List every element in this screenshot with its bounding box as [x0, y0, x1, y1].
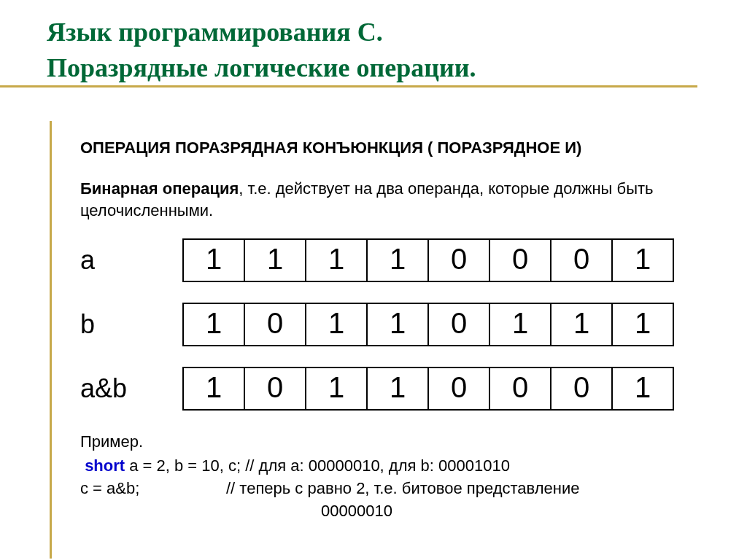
- example-block: Пример. short a = 2, b = 10, c; // для a…: [80, 431, 718, 522]
- example-assign-rhs: // теперь c равно 2, т.е. битовое предст…: [226, 478, 580, 500]
- bit-a-5: 0: [489, 238, 551, 282]
- example-assign-lhs: c = a&b;: [80, 478, 226, 500]
- bit-b-7: 1: [611, 303, 674, 346]
- bit-b-2: 1: [305, 303, 368, 346]
- bit-a-6: 0: [550, 238, 613, 282]
- row-b: b 1 0 1 1 0 1 1 1: [80, 303, 718, 346]
- accent-horizontal-line: [0, 85, 697, 88]
- bit-r-1: 0: [244, 367, 306, 411]
- title-line1: Язык программирования С.: [47, 18, 383, 47]
- bit-b-3: 1: [366, 303, 429, 346]
- bit-a-7: 1: [611, 238, 674, 282]
- row-result-label: a&b: [80, 373, 182, 404]
- row-b-label: b: [80, 309, 182, 340]
- example-line1: short a = 2, b = 10, c; // для a: 000000…: [80, 455, 718, 478]
- bit-b-4: 0: [427, 303, 490, 346]
- bit-a-0: 1: [182, 238, 245, 282]
- bit-a-4: 0: [427, 238, 490, 282]
- bit-r-4: 0: [427, 367, 490, 411]
- row-a-label: a: [80, 245, 182, 276]
- bit-r-5: 0: [489, 367, 551, 411]
- bits-result: 1 0 1 1 0 0 0 1: [182, 367, 674, 411]
- bit-r-6: 0: [550, 367, 613, 411]
- bit-a-3: 1: [366, 238, 429, 282]
- title-line2: Поразрядные логические операции.: [47, 53, 476, 82]
- bit-b-5: 1: [489, 303, 551, 346]
- bits-b: 1 0 1 1 0 1 1 1: [182, 303, 674, 346]
- example-line2: c = a&b; // теперь c равно 2, т.е. битов…: [80, 478, 718, 500]
- bit-r-2: 1: [305, 367, 368, 411]
- bit-b-6: 1: [550, 303, 613, 346]
- section-heading: ОПЕРАЦИЯ ПОРАЗРЯДНАЯ КОНЪЮНКЦИЯ ( ПОРАЗР…: [80, 139, 718, 158]
- bit-b-1: 0: [244, 303, 306, 346]
- example-header: Пример.: [80, 431, 718, 454]
- para-bold: Бинарная операция: [80, 179, 239, 198]
- bit-r-7: 1: [611, 367, 674, 411]
- row-a: a 1 1 1 1 0 0 0 1: [80, 238, 718, 282]
- example-decl: a = 2, b = 10, c; // для a: 00000010, дл…: [125, 456, 510, 475]
- row-result: a&b 1 0 1 1 0 0 0 1: [80, 367, 718, 411]
- bits-a: 1 1 1 1 0 0 0 1: [182, 238, 674, 282]
- bit-r-3: 1: [366, 367, 429, 411]
- example-line3: 00000010: [80, 500, 718, 523]
- description-paragraph: Бинарная операция, т.е. действует на два…: [80, 178, 718, 221]
- keyword-short: short: [85, 456, 125, 475]
- accent-vertical-line: [50, 121, 52, 559]
- bit-a-1: 1: [244, 238, 306, 282]
- bit-b-0: 1: [182, 303, 245, 346]
- bit-r-0: 1: [182, 367, 245, 411]
- bit-tables: a 1 1 1 1 0 0 0 1 b 1 0 1 1: [80, 238, 718, 411]
- bit-a-2: 1: [305, 238, 368, 282]
